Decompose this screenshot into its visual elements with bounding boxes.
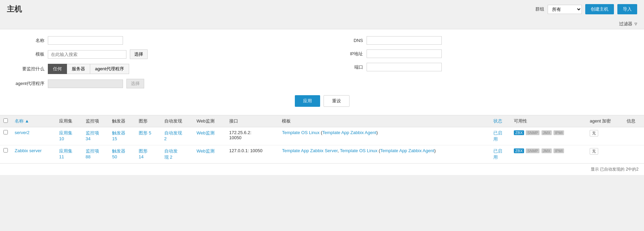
ipmi-badge: IPMI — [553, 148, 564, 153]
filter-ip-row: IP地址 — [332, 49, 631, 58]
page-title: 主机 — [7, 4, 22, 14]
items-link[interactable]: 监控项34 — [86, 130, 99, 141]
group-select[interactable]: 所有 — [548, 5, 582, 14]
filter-template-label: 模板 — [14, 51, 44, 57]
select-all-checkbox[interactable] — [3, 118, 8, 123]
filter-port-label: 端口 — [332, 64, 363, 70]
import-button[interactable]: 导入 — [617, 4, 637, 14]
monitor-agent-button[interactable]: agent代理程序 — [90, 64, 129, 74]
row-status: 已启用 — [490, 145, 511, 163]
page-header: 主机 群组 所有 创建主机 导入 — [0, 0, 644, 18]
row-items: 监控项88 — [82, 145, 109, 163]
filter-agent-select-button[interactable]: 选择 — [126, 79, 144, 88]
filter-actions: 应用 重设 — [14, 95, 630, 107]
filter-bar-label: 过滤器 — [619, 21, 632, 27]
row-web: Web监测 — [193, 145, 225, 163]
header-discovery: 自动发现 — [161, 115, 193, 127]
header-agent: agent 加密 — [586, 115, 623, 127]
row-template: Template OS Linux (Template App Zabbix A… — [278, 127, 490, 145]
header-apps: 应用集 — [56, 115, 82, 127]
monitor-buttons: 任何 服务器 agent代理程序 — [48, 64, 129, 74]
filter-dns-input[interactable] — [367, 36, 442, 45]
create-host-button[interactable]: 创建主机 — [585, 4, 614, 14]
apply-button[interactable]: 应用 — [295, 95, 320, 107]
row-triggers: 触发器15 — [109, 127, 135, 145]
template-link2[interactable]: Template OS Linux — [340, 148, 378, 153]
row-template: Template App Zabbix Server, Template OS … — [278, 145, 490, 163]
template-link2[interactable]: Template App Zabbix Agent — [322, 130, 376, 135]
filter-monitor-row: 要监控什么 任何 服务器 agent代理程序 — [14, 64, 312, 74]
header-items: 监控项 — [82, 115, 109, 127]
row-graphs: 图形14 — [135, 145, 161, 163]
filter-name-label: 名称 — [14, 38, 44, 44]
filter-left: 名称 模板 选择 要监控什么 任何 服务器 agent代理程序 agent代理 — [14, 36, 312, 88]
header-template: 模板 — [278, 115, 490, 127]
row-interface: 172.25.6.2:10050 — [226, 127, 279, 145]
header-name[interactable]: 名称 ▲ — [11, 115, 56, 127]
monitor-server-button[interactable]: 服务器 — [67, 64, 90, 74]
discovery-link[interactable]: 自动发现2 — [164, 130, 182, 141]
filter-right: DNS IP地址 端口 — [332, 36, 631, 88]
web-link[interactable]: Web监测 — [196, 148, 215, 154]
jmx-badge: JMX — [542, 148, 552, 153]
row-select-checkbox[interactable] — [3, 148, 8, 153]
items-link[interactable]: 监控项88 — [86, 148, 99, 159]
table-row: server2 应用集10 监控项34 触发器15 图形 5 自动发现2 — [0, 127, 644, 145]
filter-bar: 过滤器 ▿ — [0, 18, 644, 29]
row-checkbox — [0, 127, 11, 145]
row-name: Zabbix server — [11, 145, 56, 163]
zbx-badge: ZBX — [514, 130, 524, 135]
table-container: 名称 ▲ 应用集 监控项 触发器 图形 自动发现 Web监测 接口 模板 状态 … — [0, 115, 644, 175]
row-availability: ZBX SNMP JMX IPMI — [510, 145, 586, 163]
row-graphs: 图形 5 — [135, 127, 161, 145]
monitor-any-button[interactable]: 任何 — [48, 64, 67, 74]
interface-value: 172.25.6.2:10050 — [229, 130, 251, 140]
apps-link[interactable]: 应用集10 — [59, 130, 72, 141]
footer-text: 显示 已自动发现的 2中的2 — [591, 167, 639, 172]
filter-agent-label: agent代理程序 — [14, 81, 44, 87]
template-link[interactable]: Template OS Linux — [282, 130, 319, 135]
filter-name-input[interactable] — [48, 36, 123, 45]
filter-monitor-label: 要监控什么 — [14, 66, 44, 72]
filter-dns-label: DNS — [332, 38, 363, 43]
header-triggers: 触发器 — [109, 115, 135, 127]
table-header-row: 名称 ▲ 应用集 监控项 触发器 图形 自动发现 Web监测 接口 模板 状态 … — [0, 115, 644, 127]
filter-ip-input[interactable] — [367, 49, 442, 58]
template-link[interactable]: Template App Zabbix Server — [282, 148, 338, 153]
encrypt-value: 无 — [590, 130, 598, 136]
host-name-link[interactable]: Zabbix server — [15, 148, 42, 153]
graphs-link[interactable]: 图形14 — [139, 148, 148, 159]
interface-value: 127.0.0.1: 10050 — [229, 148, 263, 153]
filter-template-select-button[interactable]: 选择 — [130, 49, 148, 59]
template-link3[interactable]: Template App Zabbix Agent — [380, 148, 434, 153]
triggers-link[interactable]: 触发器15 — [112, 130, 125, 141]
header-status: 状态 — [490, 115, 511, 127]
filter-agent-row: agent代理程序 选择 — [14, 79, 312, 88]
filter-dns-row: DNS — [332, 36, 631, 45]
table-row: Zabbix server 应用集11 监控项88 触发器50 图形14 自动发… — [0, 145, 644, 163]
row-select-checkbox[interactable] — [3, 130, 8, 134]
header-info: 信息 — [623, 115, 644, 127]
header-interface: 接口 — [226, 115, 279, 127]
ipmi-badge: IPMI — [553, 130, 564, 135]
header-right: 群组 所有 创建主机 导入 — [535, 4, 637, 14]
header-availability: 可用性 — [510, 115, 586, 127]
status-value: 已启用 — [493, 148, 502, 160]
filter-port-input[interactable] — [367, 63, 442, 71]
filter-name-row: 名称 — [14, 36, 312, 45]
filter-agent-input[interactable] — [48, 80, 123, 88]
reset-button[interactable]: 重设 — [324, 95, 350, 107]
discovery-link[interactable]: 自动发现 2 — [164, 148, 178, 160]
host-name-link[interactable]: server2 — [15, 130, 29, 135]
filter-ip-label: IP地址 — [332, 51, 363, 57]
filter-template-input[interactable] — [48, 50, 126, 59]
row-apps: 应用集11 — [56, 145, 82, 163]
web-link[interactable]: Web监测 — [196, 130, 215, 135]
row-items: 监控项34 — [82, 127, 109, 145]
apps-link[interactable]: 应用集11 — [59, 148, 72, 159]
row-info — [623, 145, 644, 163]
snmp-badge: SNMP — [526, 148, 539, 153]
filter-icon[interactable]: ▿ — [634, 20, 637, 27]
triggers-link[interactable]: 触发器50 — [112, 148, 125, 159]
graphs-link[interactable]: 图形 5 — [139, 130, 151, 135]
